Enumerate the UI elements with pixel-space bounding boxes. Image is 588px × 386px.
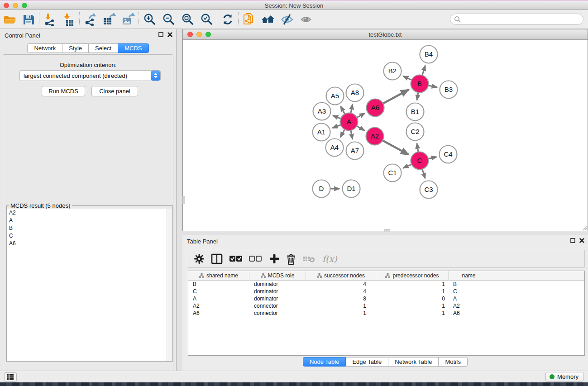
gear-icon[interactable]: [194, 253, 205, 264]
result-list-item[interactable]: A6: [7, 239, 167, 247]
tab-motifs[interactable]: Motifs: [439, 357, 468, 367]
table-cell[interactable]: A2: [188, 303, 249, 309]
table-cell[interactable]: dominator: [249, 281, 306, 287]
graph-node-label-C3: C3: [424, 186, 433, 193]
hide-panel-eye-slash-icon[interactable]: [277, 11, 296, 28]
tab-style[interactable]: Style: [62, 43, 89, 53]
run-mcds-button[interactable]: Run MCDS: [42, 86, 85, 96]
table-cell[interactable]: 1: [306, 310, 376, 316]
tab-select[interactable]: Select: [89, 43, 118, 53]
table-cell[interactable]: dominator: [249, 288, 306, 295]
save-session-icon[interactable]: [19, 11, 38, 28]
table-row[interactable]: Adominator80A: [188, 295, 584, 302]
column-header-predecessor-nodes[interactable]: predecessor nodes: [376, 271, 449, 280]
zoom-in-icon[interactable]: [140, 11, 159, 28]
column-header-name[interactable]: name: [449, 271, 489, 280]
new-network-from-file-icon[interactable]: [239, 11, 258, 28]
split-columns-icon[interactable]: [211, 253, 223, 264]
result-list-item[interactable]: A: [7, 216, 167, 224]
result-list-item[interactable]: A2: [7, 209, 167, 216]
tab-node-table[interactable]: Node Table: [303, 357, 346, 367]
table-header-row[interactable]: shared nameMCDS rolesuccessor nodesprede…: [188, 271, 584, 281]
import-table-icon[interactable]: [59, 11, 78, 28]
table-cell[interactable]: A2: [449, 303, 489, 309]
import-network-icon[interactable]: [40, 11, 59, 28]
tab-network[interactable]: Network: [27, 43, 62, 53]
tab-network-table[interactable]: Network Table: [388, 357, 439, 367]
delete-column-icon[interactable]: [286, 253, 296, 265]
table-row[interactable]: Bdominator41B: [188, 281, 584, 288]
table-cell[interactable]: A: [188, 295, 249, 302]
table-cell[interactable]: 1: [376, 303, 449, 309]
column-header-filler: [489, 271, 584, 280]
close-table-panel-icon[interactable]: [579, 238, 584, 243]
function-builder-icon[interactable]: f(x): [322, 254, 337, 264]
table-cell[interactable]: A6: [188, 310, 249, 316]
column-header-successor-nodes[interactable]: successor nodes: [306, 271, 376, 280]
result-list-scrollbar[interactable]: [167, 209, 172, 361]
table-cell[interactable]: 4: [306, 288, 376, 295]
select-all-columns-icon[interactable]: [229, 255, 243, 263]
table-cell[interactable]: C: [188, 288, 249, 295]
table-cell[interactable]: 0: [376, 295, 449, 302]
zoom-out-icon[interactable]: [159, 11, 178, 28]
column-header-MCDS-role[interactable]: MCDS role: [249, 271, 306, 280]
node-table[interactable]: shared nameMCDS rolesuccessor nodesprede…: [188, 271, 585, 356]
export-table-icon[interactable]: [100, 11, 119, 28]
table-cell[interactable]: B: [188, 281, 249, 287]
tab-mcds[interactable]: MCDS: [118, 43, 148, 53]
panel-splitter-grip[interactable]: [182, 196, 185, 204]
open-folder-icon[interactable]: [0, 11, 19, 28]
network-view-window: testGlobe.txt B4B2BB3A8A5A6A3B1AC2A1A2A4…: [182, 29, 588, 231]
table-cell[interactable]: dominator: [249, 295, 306, 302]
select-stepper-icon: [151, 71, 160, 81]
memory-button[interactable]: Memory: [545, 372, 583, 381]
optimization-criterion-select[interactable]: largest connected component (directed): [19, 70, 161, 81]
close-panel-button[interactable]: Close panel: [91, 86, 138, 96]
column-header-shared-name[interactable]: shared name: [188, 271, 249, 280]
window-resize-grip[interactable]: [582, 225, 588, 231]
add-column-icon[interactable]: [269, 253, 280, 264]
table-cell[interactable]: 1: [376, 310, 449, 316]
float-panel-icon[interactable]: [158, 32, 163, 37]
zoom-fit-icon[interactable]: [178, 11, 197, 28]
task-history-button[interactable]: [4, 372, 17, 381]
refresh-icon[interactable]: [218, 11, 237, 28]
deselect-all-columns-icon[interactable]: [249, 255, 263, 263]
table-cell[interactable]: 1: [376, 281, 449, 287]
mcds-result-title: MCDS result (5 nodes): [9, 202, 72, 209]
table-row[interactable]: Cdominator41C: [188, 288, 584, 295]
delete-table-icon[interactable]: [302, 254, 316, 263]
control-panel-tabs: Network Style Select MCDS: [0, 43, 176, 53]
export-image-icon[interactable]: [119, 11, 138, 28]
table-cell[interactable]: C: [449, 288, 489, 295]
float-table-panel-icon[interactable]: [570, 238, 575, 243]
result-list-item[interactable]: B: [7, 224, 167, 232]
zoom-selected-icon[interactable]: [197, 11, 216, 28]
show-panel-eye-icon[interactable]: [296, 11, 316, 28]
table-cell[interactable]: 8: [306, 295, 376, 302]
close-panel-icon[interactable]: [167, 32, 172, 37]
network-window-titlebar[interactable]: testGlobe.txt: [183, 29, 588, 40]
table-cell[interactable]: A: [449, 295, 489, 302]
table-row[interactable]: A6connector11A6: [188, 310, 584, 317]
result-list-item[interactable]: C: [7, 232, 167, 239]
mcds-result-list[interactable]: A2ABCA6: [7, 209, 167, 361]
graph-node-label-C2: C2: [411, 128, 419, 135]
panel-splitter-grip[interactable]: [384, 229, 390, 232]
table-cell[interactable]: 4: [306, 281, 376, 287]
home-icon[interactable]: [258, 11, 277, 28]
tab-edge-table[interactable]: Edge Table: [346, 357, 388, 367]
table-cell[interactable]: 1: [306, 303, 376, 309]
table-cell[interactable]: B: [449, 281, 489, 287]
table-cell[interactable]: A6: [449, 310, 489, 316]
search-input[interactable]: [461, 15, 583, 24]
column-type-icon: [199, 273, 204, 278]
search-field[interactable]: [450, 14, 583, 25]
table-cell[interactable]: connector: [249, 310, 306, 316]
network-graph-canvas[interactable]: B4B2BB3A8A5A6A3B1AC2A1A2A4A7C4CC1C3DD1: [183, 40, 588, 231]
table-cell[interactable]: 1: [376, 288, 449, 295]
table-cell[interactable]: connector: [249, 303, 306, 309]
table-row[interactable]: A2connector11A2: [188, 302, 584, 310]
export-network-icon[interactable]: [81, 11, 100, 28]
